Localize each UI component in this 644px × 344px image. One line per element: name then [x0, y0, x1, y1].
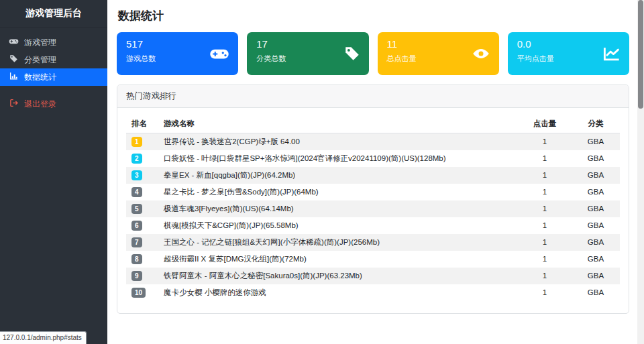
sidebar-item-label: 分类管理: [24, 56, 56, 64]
clicks-value: 1: [518, 251, 572, 268]
category-value: GBA: [572, 150, 620, 167]
rank-badge: 4: [131, 187, 142, 197]
clicks-value: 1: [518, 200, 572, 217]
clicks-value: 1: [518, 234, 572, 251]
stat-card-games-total: 517 游戏总数: [117, 32, 238, 75]
scrollbar-thumb[interactable]: [638, 0, 643, 109]
category-value: GBA: [572, 133, 620, 151]
gamepad-icon: [209, 47, 229, 60]
clicks-value: 1: [518, 284, 572, 301]
game-name: 口袋妖怪 - 叶绿[口袋群星SP+洛水惊鸿](2024官译修正v20241109…: [158, 150, 518, 167]
app-title: 游戏管理后台: [0, 0, 107, 27]
ranking-panel: 热门游戏排行 排名 游戏名称 点击量 分类 1世界传说 - 换装迷宫2(CGP)…: [117, 84, 629, 314]
eye-icon: [472, 47, 490, 60]
logout-label: 退出登录: [24, 100, 56, 109]
clicks-value: 1: [518, 150, 572, 167]
stat-card-categories-total: 17 分类总数: [247, 32, 368, 75]
stat-card-avg-clicks: 0.0 平均点击量: [508, 32, 629, 75]
rank-badge: 5: [131, 204, 142, 214]
rank-badge: 2: [131, 154, 142, 164]
page-scrollbar[interactable]: [637, 0, 644, 344]
tag-icon: [344, 46, 360, 62]
panel-title: 热门游戏排行: [117, 85, 629, 108]
rank-badge: 7: [131, 237, 142, 247]
table-row: 1世界传说 - 换装迷宫2(CGP)绿+版 64.001GBA: [126, 133, 620, 151]
sidebar-item-stats[interactable]: 数据统计: [0, 68, 107, 86]
clicks-value: 1: [518, 268, 572, 284]
table-row: 7王国之心 - 记忆之链[狼组&天幻网](小字体稀疏)(简)(JP)(256Mb…: [126, 234, 620, 251]
rank-badge: 9: [131, 271, 142, 281]
sidebar-item-categories[interactable]: 分类管理: [0, 51, 107, 68]
main-content: 数据统计 517 游戏总数 17 分类总数 11 总点击量 0.0 平均点击量: [107, 0, 637, 344]
clicks-value: 1: [518, 167, 572, 184]
category-value: GBA: [572, 234, 620, 251]
category-value: GBA: [572, 251, 620, 268]
rank-badge: 1: [131, 137, 142, 147]
game-name: 铁臂阿童木 - 阿童木心之秘密[Sakura0s](简)(JP)(63.23Mb…: [158, 268, 518, 284]
rank-badge: 8: [131, 254, 142, 264]
sidebar: 游戏管理后台 游戏管理 分类管理 数据统计 退出登录: [0, 0, 107, 344]
game-name: 王国之心 - 记忆之链[狼组&天幻网](小字体稀疏)(简)(JP)(256Mb): [158, 234, 518, 251]
stat-cards: 517 游戏总数 17 分类总数 11 总点击量 0.0 平均点击量: [117, 32, 629, 75]
sidebar-item-label: 游戏管理: [24, 38, 56, 47]
line-chart-icon: [603, 46, 621, 61]
clicks-value: 1: [518, 184, 572, 200]
column-header-category: 分类: [572, 115, 620, 133]
sidebar-item-label: 数据统计: [24, 73, 56, 82]
table-row: 4星之卡比 - 梦之泉[伤雪&Sody](简)(JP)(64Mb)1GBA: [126, 184, 620, 200]
rank-badge: 10: [131, 288, 146, 298]
category-value: GBA: [572, 217, 620, 234]
bar-chart-icon: [9, 72, 19, 82]
page-title: 数据统计: [118, 8, 629, 23]
column-header-name: 游戏名称: [158, 115, 518, 133]
column-header-clicks: 点击量: [518, 115, 572, 133]
category-value: GBA: [572, 268, 620, 284]
table-row: 9铁臂阿童木 - 阿童木心之秘密[Sakura0s](简)(JP)(63.23M…: [126, 268, 620, 284]
category-value: GBA: [572, 200, 620, 217]
sidebar-nav: 游戏管理 分类管理 数据统计 退出登录: [0, 27, 107, 113]
column-header-rank: 排名: [126, 115, 158, 133]
table-row: 3拳皇EX - 新血[qqgba](简)(JP)(64.2Mb)1GBA: [126, 167, 620, 184]
ranking-table: 排名 游戏名称 点击量 分类 1世界传说 - 换装迷宫2(CGP)绿+版 64.…: [126, 115, 620, 301]
clicks-value: 1: [518, 133, 572, 151]
clicks-value: 1: [518, 217, 572, 234]
category-value: GBA: [572, 284, 620, 301]
logout-icon: [9, 99, 19, 109]
table-row: 6棋魂[模拟天下&CGP](简)(JP)(65.58Mb)1GBA: [126, 217, 620, 234]
game-name: 星之卡比 - 梦之泉[伤雪&Sody](简)(JP)(64Mb): [158, 184, 518, 200]
ranking-table-body: 1世界传说 - 换装迷宫2(CGP)绿+版 64.001GBA2口袋妖怪 - 叶…: [126, 133, 620, 302]
logout-button[interactable]: 退出登录: [0, 95, 107, 113]
sidebar-item-games[interactable]: 游戏管理: [0, 34, 107, 51]
category-value: GBA: [572, 184, 620, 200]
category-value: GBA: [572, 167, 620, 184]
table-row: 10魔卡少女樱 小樱牌的迷你游戏1GBA: [126, 284, 620, 301]
table-row: 2口袋妖怪 - 叶绿[口袋群星SP+洛水惊鸿](2024官译修正v2024110…: [126, 150, 620, 167]
rank-badge: 6: [131, 221, 142, 231]
panel-body: 排名 游戏名称 点击量 分类 1世界传说 - 换装迷宫2(CGP)绿+版 64.…: [117, 108, 629, 313]
game-name: 世界传说 - 换装迷宫2(CGP)绿+版 64.00: [158, 133, 518, 151]
link-preview-statusbar: 127.0.0.1/admin.php#stats: [0, 331, 87, 344]
game-name: 超级街霸II X 复苏[DMG汉化组](简)(72Mb): [158, 251, 518, 268]
game-name: 棋魂[模拟天下&CGP](简)(JP)(65.58Mb): [158, 217, 518, 234]
table-row: 5极道车魂3[Flyeyes](简)(US)(64.14Mb)1GBA: [126, 200, 620, 217]
tag-icon: [9, 54, 19, 65]
gamepad-icon: [9, 37, 19, 48]
table-row: 8超级街霸II X 复苏[DMG汉化组](简)(72Mb)1GBA: [126, 251, 620, 268]
game-name: 魔卡少女樱 小樱牌的迷你游戏: [158, 284, 518, 301]
table-header-row: 排名 游戏名称 点击量 分类: [126, 115, 620, 133]
game-name: 极道车魂3[Flyeyes](简)(US)(64.14Mb): [158, 200, 518, 217]
rank-badge: 3: [131, 170, 142, 180]
stat-card-total-clicks: 11 总点击量: [378, 32, 499, 75]
game-name: 拳皇EX - 新血[qqgba](简)(JP)(64.2Mb): [158, 167, 518, 184]
